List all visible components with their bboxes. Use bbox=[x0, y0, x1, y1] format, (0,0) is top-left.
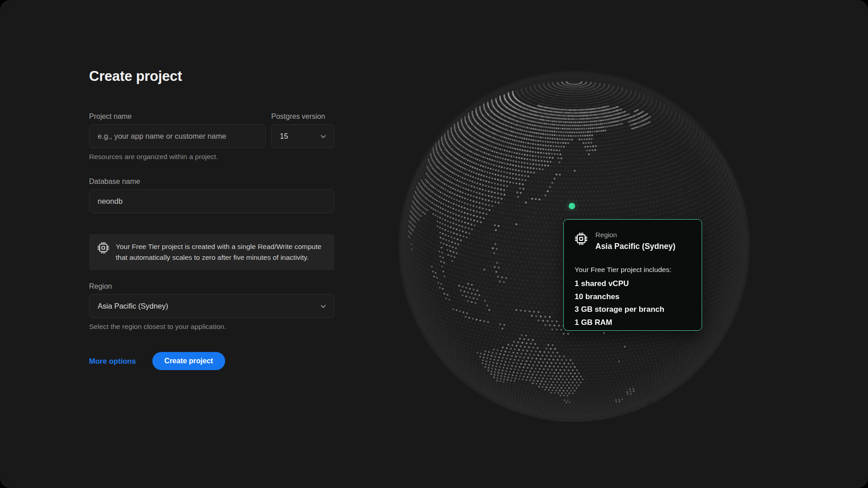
region-label: Region bbox=[89, 282, 335, 291]
cpu-chip-icon bbox=[575, 232, 588, 245]
postgres-version-value: 15 bbox=[280, 132, 288, 141]
create-project-button[interactable]: Create project bbox=[152, 352, 226, 370]
chevron-down-icon bbox=[320, 303, 327, 310]
postgres-version-select[interactable]: 15 bbox=[271, 124, 335, 148]
free-tier-note-text: Your Free Tier project is created with a… bbox=[116, 241, 326, 263]
tooltip-includes-title: Your Free Tier project includes: bbox=[575, 265, 691, 274]
project-name-input[interactable] bbox=[89, 124, 266, 148]
tooltip-region-label: Region bbox=[595, 231, 675, 239]
region-marker-dot bbox=[569, 203, 575, 209]
tooltip-region-name: Asia Pacific (Sydney) bbox=[595, 241, 675, 251]
region-select[interactable]: Asia Pacific (Sydney) bbox=[89, 294, 335, 318]
database-name-input[interactable] bbox=[89, 189, 335, 213]
list-item: 1 GB RAM bbox=[575, 316, 691, 329]
chevron-down-icon bbox=[320, 133, 327, 140]
free-tier-note: Your Free Tier project is created with a… bbox=[89, 234, 335, 270]
cpu-chip-icon bbox=[97, 242, 109, 254]
app-frame: Create project Project name Resources ar… bbox=[0, 0, 868, 488]
region-tooltip: Region Asia Pacific (Sydney) Your Free T… bbox=[563, 219, 702, 331]
page: { "form": { "title": "Create project", "… bbox=[0, 0, 868, 488]
database-name-label: Database name bbox=[89, 177, 335, 186]
more-options-link[interactable]: More options bbox=[89, 357, 136, 366]
list-item: 1 shared vCPU bbox=[575, 277, 691, 291]
create-project-form: Create project Project name Resources ar… bbox=[89, 68, 335, 370]
page-title: Create project bbox=[89, 68, 335, 85]
tooltip-includes-list: 1 shared vCPU 10 branches 3 GB storage p… bbox=[575, 277, 691, 329]
list-item: 10 branches bbox=[575, 291, 691, 304]
project-name-label: Project name bbox=[89, 112, 266, 121]
project-name-hint: Resources are organized within a project… bbox=[89, 152, 266, 161]
postgres-version-label: Postgres version bbox=[271, 112, 335, 121]
region-hint: Select the region closest to your applic… bbox=[89, 322, 335, 331]
region-value: Asia Pacific (Sydney) bbox=[98, 302, 168, 310]
list-item: 3 GB storage per branch bbox=[575, 303, 691, 316]
